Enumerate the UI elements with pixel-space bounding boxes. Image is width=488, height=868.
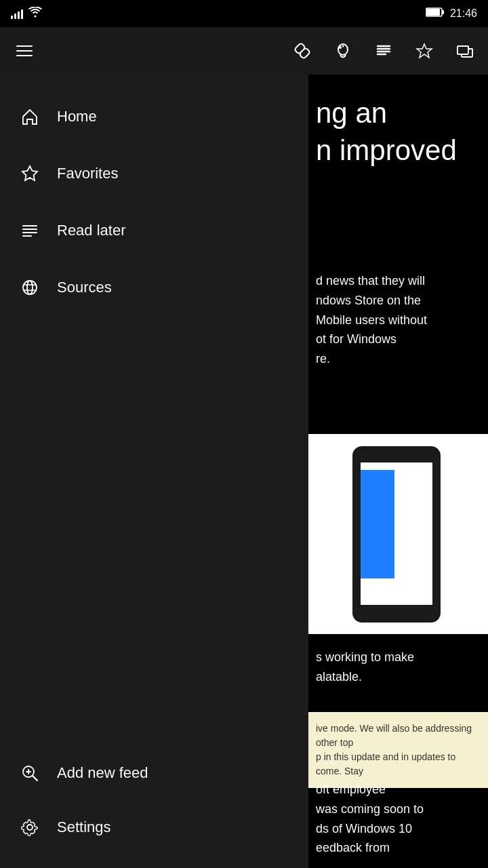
sidebar-item-home[interactable]: Home bbox=[0, 88, 308, 145]
signal-bars bbox=[11, 8, 23, 19]
article-heading-partial: ng ann improved bbox=[305, 95, 488, 169]
sidebar-settings-label: Settings bbox=[57, 818, 111, 836]
link-icon[interactable] bbox=[287, 36, 317, 66]
sources-icon bbox=[16, 274, 43, 301]
wifi-icon bbox=[28, 7, 42, 20]
svg-point-5 bbox=[339, 46, 342, 49]
sidebar-item-add-feed[interactable]: Add new feed bbox=[0, 746, 308, 800]
status-bar: 21:46 bbox=[0, 0, 488, 27]
share-icon[interactable] bbox=[450, 36, 480, 66]
status-left bbox=[11, 7, 42, 20]
sidebar-bottom: Add new feed Settings bbox=[0, 746, 308, 868]
sidebar: Home Favorites bbox=[0, 75, 308, 868]
sidebar-item-favorites[interactable]: Favorites bbox=[0, 145, 308, 202]
sidebar-item-read-later[interactable]: Read later bbox=[0, 202, 308, 259]
toolbar bbox=[0, 27, 488, 75]
sidebar-item-sources[interactable]: Sources bbox=[0, 259, 308, 316]
favorites-sidebar-icon bbox=[16, 160, 43, 187]
svg-marker-16 bbox=[22, 166, 37, 180]
hamburger-line-1 bbox=[16, 45, 33, 47]
svg-line-3 bbox=[300, 49, 304, 53]
settings-icon bbox=[16, 814, 43, 841]
signal-bar-1 bbox=[11, 16, 13, 19]
signal-bar-4 bbox=[21, 9, 23, 19]
read-later-icon bbox=[16, 217, 43, 244]
home-icon bbox=[16, 103, 43, 130]
main-container: ng ann improved d news that they will nd… bbox=[0, 75, 488, 868]
sidebar-sources-label: Sources bbox=[57, 279, 112, 296]
sidebar-item-settings[interactable]: Settings bbox=[0, 800, 308, 854]
reading-list-icon[interactable] bbox=[369, 36, 399, 66]
article-body-2: s working to make alatable. bbox=[305, 648, 488, 687]
status-right: 21:46 bbox=[426, 7, 477, 20]
svg-point-21 bbox=[23, 281, 37, 294]
article-image bbox=[305, 434, 488, 634]
svg-point-22 bbox=[27, 281, 33, 294]
svg-rect-15 bbox=[458, 46, 468, 54]
svg-point-6 bbox=[342, 45, 344, 47]
svg-rect-2 bbox=[442, 10, 444, 14]
svg-point-29 bbox=[27, 825, 33, 830]
toolbar-left bbox=[8, 35, 41, 67]
sidebar-nav: Home Favorites bbox=[0, 75, 308, 746]
sidebar-favorites-label: Favorites bbox=[57, 165, 118, 182]
hamburger-button[interactable] bbox=[8, 35, 41, 67]
favorites-icon[interactable] bbox=[409, 36, 439, 66]
sidebar-add-feed-label: Add new feed bbox=[57, 764, 148, 782]
article-quote: ive mode. We will also be addressing oth… bbox=[305, 712, 488, 788]
hamburger-line-3 bbox=[16, 55, 33, 56]
add-feed-icon bbox=[16, 760, 43, 787]
clock: 21:46 bbox=[450, 7, 477, 20]
notifications-icon[interactable] bbox=[328, 36, 358, 66]
signal-bar-3 bbox=[18, 12, 20, 19]
hamburger-line-2 bbox=[16, 50, 33, 52]
article-body-1: d news that they will ndows Store on the… bbox=[305, 271, 488, 369]
article-body-3: oft employee was coming soon to ds of Wi… bbox=[305, 780, 488, 858]
battery-icon bbox=[426, 7, 445, 20]
svg-marker-11 bbox=[417, 44, 432, 58]
svg-rect-1 bbox=[426, 9, 440, 16]
sidebar-read-later-label: Read later bbox=[57, 222, 126, 239]
toolbar-right bbox=[287, 36, 480, 66]
signal-bar-2 bbox=[14, 14, 16, 19]
sidebar-home-label: Home bbox=[57, 108, 97, 125]
svg-line-26 bbox=[33, 776, 37, 781]
